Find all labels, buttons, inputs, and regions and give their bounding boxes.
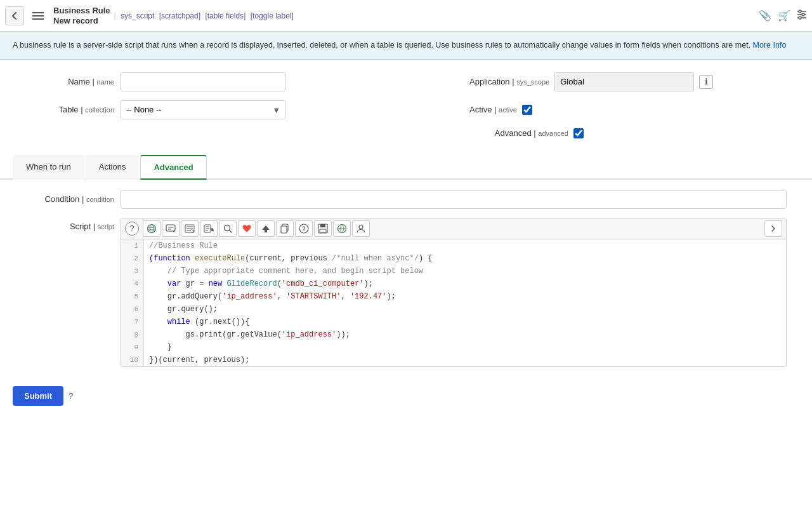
script-help-icon[interactable]: ? [125, 222, 139, 236]
breadcrumb-toggle-label[interactable]: [toggle label] [251, 11, 294, 20]
settings-icon[interactable] [797, 10, 807, 22]
code-line-10: 10 })(current, previous); [121, 354, 786, 366]
form-row-table-active: Table | collection -- None -- ▼ Active |… [25, 100, 787, 119]
application-input[interactable] [554, 72, 694, 91]
code-line-6: 6 gr.query(); [121, 303, 786, 316]
code-line-8: 8 gs.print(gr.getValue('ip_address')); [121, 328, 786, 341]
toolbar-comment-btn[interactable] [162, 220, 180, 237]
toolbar-search-btn[interactable] [219, 220, 237, 237]
active-checkbox[interactable] [522, 105, 532, 115]
toolbar-list-btn[interactable] [181, 220, 199, 237]
attach-icon[interactable]: 📎 [759, 10, 771, 22]
svg-point-33 [303, 231, 304, 231]
code-line-9: 9 } [121, 341, 786, 354]
tab-when-to-run[interactable]: When to run [13, 155, 84, 180]
advanced-tab-content: Condition | condition Script | script ? [0, 180, 812, 377]
tabs-container: When to run Actions Advanced [0, 154, 812, 180]
svg-marker-28 [262, 225, 270, 230]
table-select-wrapper: -- None -- ▼ [121, 100, 285, 119]
condition-row: Condition | condition [25, 190, 787, 209]
name-input[interactable] [121, 72, 285, 91]
breadcrumb-scratchpad[interactable]: [scratchpad] [159, 11, 200, 20]
condition-input[interactable] [121, 190, 787, 209]
script-toolbar: ? [121, 218, 786, 239]
breadcrumb-main: sys_script [121, 11, 154, 20]
svg-point-39 [359, 225, 363, 229]
svg-point-10 [150, 224, 154, 232]
active-field-group: Active | active [469, 105, 532, 115]
advanced-checkbox[interactable] [573, 128, 584, 138]
code-line-2: 2 (function executeRule(current, previou… [121, 252, 786, 265]
header: Business Rule New record | sys_script [s… [0, 0, 812, 32]
application-field-group: Application | sys_scope ℹ [469, 72, 713, 91]
svg-rect-29 [265, 230, 267, 232]
more-info-link[interactable]: More Info [753, 41, 787, 50]
toolbar-globe2-btn[interactable] [333, 220, 351, 237]
advanced-label: Advanced | advanced [495, 128, 568, 138]
table-label: Table | collection [25, 105, 114, 114]
toolbar-expand-btn[interactable] [764, 220, 782, 237]
code-line-7: 7 while (gr.next()){ [121, 316, 786, 328]
svg-point-32 [299, 224, 308, 233]
header-actions: 📎 🛒 [759, 10, 807, 22]
code-line-1: 1 //Business Rule [121, 239, 786, 252]
script-row: Script | script ? [25, 218, 787, 367]
toolbar-help-btn[interactable] [295, 220, 313, 237]
code-editor[interactable]: 1 //Business Rule 2 (function executeRul… [121, 239, 786, 366]
toolbar-user-btn[interactable] [352, 220, 370, 237]
svg-line-27 [230, 230, 232, 232]
code-line-5: 5 gr.addQuery('ip_address', 'STARTSWITH'… [121, 290, 786, 303]
code-line-3: 3 // Type appropriate comment here, and … [121, 265, 786, 277]
info-banner: A business rule is a server-side script … [0, 32, 812, 60]
code-line-4: 4 var gr = new GlideRecord('cmdb_ci_comp… [121, 277, 786, 290]
toolbar-copy-btn[interactable] [276, 220, 294, 237]
table-select[interactable]: -- None -- [121, 100, 285, 119]
tab-advanced[interactable]: Advanced [140, 155, 206, 180]
svg-rect-35 [320, 224, 325, 227]
svg-point-8 [799, 17, 801, 19]
toolbar-save-btn[interactable] [314, 220, 332, 237]
active-label: Active | active [469, 105, 517, 114]
breadcrumb: sys_script [scratchpad] [table fields] [… [120, 11, 294, 20]
svg-point-6 [799, 10, 801, 13]
svg-rect-31 [281, 226, 287, 233]
svg-rect-36 [320, 229, 326, 232]
title-separator: | [114, 11, 116, 20]
submit-button[interactable]: Submit [13, 386, 63, 406]
form-right-fields: Application | sys_scope ℹ [469, 72, 787, 91]
toolbar-lookup-btn[interactable] [200, 220, 218, 237]
footer-help-link[interactable]: ? [69, 391, 73, 401]
info-banner-text: A business rule is a server-side script … [13, 41, 750, 50]
footer: Submit ? [0, 377, 812, 415]
script-editor-wrapper: ? [121, 218, 787, 367]
svg-point-9 [148, 224, 156, 232]
svg-rect-13 [166, 225, 175, 231]
svg-point-7 [802, 13, 804, 16]
form-row-name-app: Name | name Application | sys_scope ℹ [25, 72, 787, 91]
form-right-checkboxes: Active | active [469, 105, 787, 115]
page-title: Business Rule New record [53, 6, 110, 25]
back-button[interactable] [5, 6, 24, 25]
toolbar-up-btn[interactable] [257, 220, 275, 237]
form-row-advanced-check: Advanced | advanced [25, 128, 787, 138]
cart-icon[interactable]: 🛒 [778, 10, 790, 22]
application-label: Application | sys_scope [469, 77, 549, 86]
form-area: Name | name Application | sys_scope ℹ Ta… [0, 60, 812, 154]
toolbar-globe-btn[interactable] [143, 220, 160, 237]
name-label: Name | name [25, 77, 114, 86]
condition-label: Condition | condition [25, 194, 114, 204]
tab-actions[interactable]: Actions [86, 155, 140, 180]
script-label: Script | script [25, 218, 114, 231]
toolbar-heart-btn[interactable] [238, 220, 256, 237]
menu-button[interactable] [29, 7, 47, 25]
application-info-icon[interactable]: ℹ [699, 75, 713, 89]
breadcrumb-table-fields[interactable]: [table fields] [205, 11, 246, 20]
